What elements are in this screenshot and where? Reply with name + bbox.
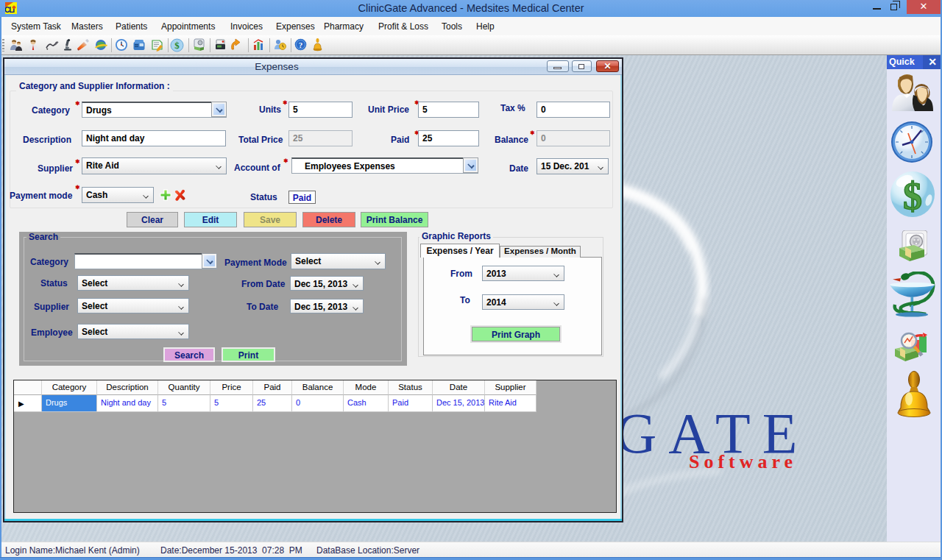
svg-text:$: $ [903,175,922,217]
svg-text:?: ? [299,40,303,49]
svg-text:$: $ [174,40,180,51]
